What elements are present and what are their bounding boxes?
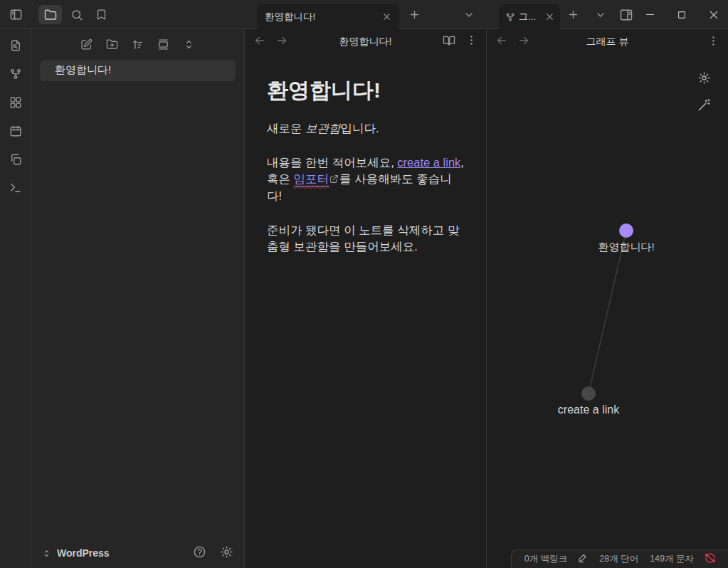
back-button[interactable] [253,34,266,49]
vertical-dots-icon [465,34,478,49]
gear-icon [220,545,233,561]
graph-header: 그래프 뷰 [487,29,728,54]
chevron-down-icon [463,9,475,21]
forward-button[interactable] [517,34,530,49]
note-heading: 환영합니다! [267,78,465,103]
backlink-count[interactable]: 0개 백링크 [519,553,573,565]
new-folder-button[interactable] [105,37,120,54]
note-content[interactable]: 환영합니다! 새로운 보관함입니다. 내용을 한번 적어보세요, create … [245,54,486,255]
paragraph-1: 새로운 보관함입니다. [267,120,465,137]
close-icon [545,12,554,21]
more-options-button[interactable] [465,34,478,49]
quick-switcher-button[interactable] [7,37,24,56]
spellcheck-underline: 임포터 [294,172,340,185]
chevron-down-icon [595,9,606,21]
sort-order-button[interactable] [130,37,145,54]
graph-icon [9,68,22,83]
insert-template-button[interactable] [7,151,24,170]
panel-left-icon [9,8,23,21]
sort-asc-icon [132,38,144,53]
char-count[interactable]: 149개 문자 [644,553,700,565]
calendar-icon [9,125,22,140]
new-tab-button[interactable] [564,6,581,23]
reading-mode-button[interactable] [443,34,455,49]
paragraph-2: 내용을 한번 적어보세요, create a link, 혹은 임포터를 사용해… [267,154,465,204]
sync-status[interactable] [700,552,721,567]
gallery-vertical-icon [157,38,169,53]
editor-pane: 환영합니다! 환영합니다! 새로운 보관함입니다. 내용을 한번 적어보세요, … [245,29,487,568]
gallery-view-button[interactable] [156,37,171,54]
italic-text: 보관함 [305,122,341,135]
status-bar: 0개 백링크 28개 단어 149개 문자 [511,549,728,568]
graph-icon [505,12,515,22]
editor-header: 환영합니다! [245,29,486,54]
new-tab-button[interactable] [406,6,423,23]
paragraph-3: 준비가 됐다면 이 노트를 삭제하고 맞춤형 보관함을 만들어보세요. [267,222,465,255]
folder-icon [44,9,57,21]
tab-search[interactable] [67,5,86,24]
vertical-dots-icon [707,35,719,49]
new-note-button[interactable] [79,37,94,54]
wand-icon [697,98,711,114]
word-count[interactable]: 28개 단어 [594,553,644,565]
folder-plus-icon [106,38,118,53]
graph-node[interactable] [581,386,596,401]
tab-files[interactable] [38,5,62,24]
arrow-right-icon [517,34,530,49]
tab-bookmarks[interactable] [92,5,111,24]
settings-button[interactable] [220,545,233,561]
tab-list-button[interactable] [592,6,609,23]
window-minimize-button[interactable] [639,5,660,24]
minimize-icon [645,9,655,20]
book-open-icon [443,34,455,49]
command-palette-button[interactable] [7,179,24,199]
file-search-icon [9,39,22,54]
more-options-button[interactable] [707,35,719,49]
file-explorer: 환영합니다! WordPress [31,29,245,568]
tab-close-button[interactable] [543,11,556,23]
graph-pane: 그래프 뷰 환영합니다!create a link [487,29,728,568]
new-canvas-button[interactable] [7,94,24,113]
obsidian-window: 환영합니다! 그... [0,0,728,568]
tab-graph[interactable]: 그... [499,4,560,29]
tab-list-button[interactable] [460,6,478,23]
daily-note-button[interactable] [7,122,24,142]
file-list: 환영합니다! [31,60,244,81]
arrow-left-icon [495,34,508,49]
help-button[interactable] [193,545,206,561]
edit-icon [80,38,93,53]
editor-mode-toggle[interactable] [573,552,594,566]
back-button[interactable] [495,34,508,49]
help-circle-icon [193,545,206,561]
chevrons-up-down-icon [183,38,195,53]
window-maximize-button[interactable] [671,5,692,24]
search-icon [70,9,83,21]
plus-icon [567,9,579,21]
open-graph-button[interactable] [7,65,24,85]
graph-settings-button[interactable] [697,71,711,87]
file-item[interactable]: 환영합니다! [40,60,236,81]
gear-icon [697,71,711,87]
graph-canvas[interactable]: 환영합니다!create a link [487,54,728,568]
terminal-icon [9,182,22,196]
left-sidebar-toggle-button[interactable] [6,5,26,24]
sync-off-icon [705,552,716,567]
create-a-link-link[interactable]: create a link [397,156,460,169]
vault-name[interactable]: WordPress [57,547,110,559]
graph-controls [697,71,711,114]
window-close-button[interactable] [703,5,724,24]
titlebar: 환영합니다! 그... [0,0,728,29]
forward-button[interactable] [275,34,288,49]
importer-link[interactable]: 임포터 [294,172,329,185]
right-sidebar-toggle-button[interactable] [616,5,635,24]
tab-note[interactable]: 환영합니다! [257,4,399,29]
expand-collapse-button[interactable] [181,37,196,54]
graph-node-label: 환영합니다! [598,241,654,254]
graph-node[interactable] [619,223,633,238]
tab-close-button[interactable] [379,10,394,24]
tab-title: 그... [519,11,539,23]
close-icon [382,12,391,21]
panel-right-icon [619,8,633,22]
graph-animate-button[interactable] [697,98,711,114]
maximize-icon [677,10,687,20]
